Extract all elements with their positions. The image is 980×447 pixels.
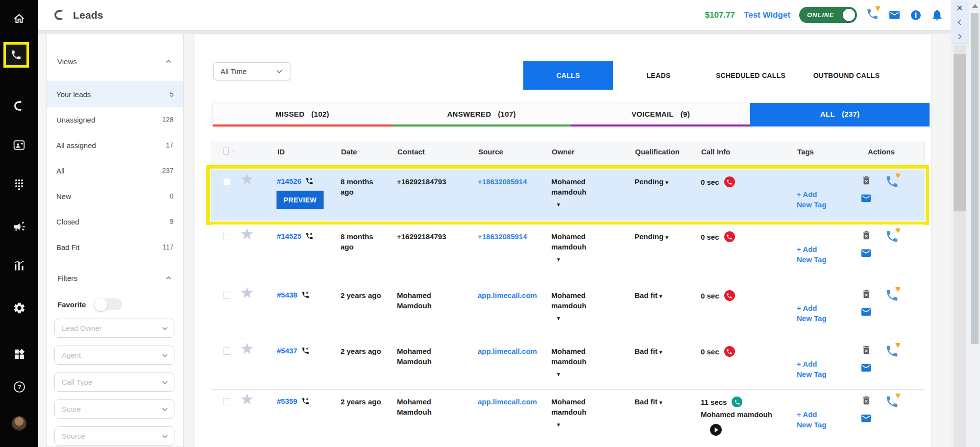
delete-button[interactable]: [861, 288, 872, 300]
chevron-down-icon[interactable]: [231, 148, 236, 154]
delete-button[interactable]: [861, 174, 872, 186]
add-tag-link[interactable]: + Add New Tag: [797, 410, 827, 429]
info-button[interactable]: [910, 9, 922, 21]
collapse-left-button[interactable]: [951, 15, 969, 29]
source-filter[interactable]: Source: [54, 426, 174, 446]
messages-button[interactable]: [888, 9, 901, 21]
widget-selector[interactable]: Test Widget: [744, 10, 790, 20]
view-unassigned[interactable]: Unassigned128: [47, 107, 183, 132]
tab-outbound-calls[interactable]: OUTBOUND CALLS: [806, 72, 887, 79]
lead-id-link[interactable]: #5359: [277, 396, 297, 406]
scrollbar-thumb[interactable]: [971, 13, 979, 344]
tab-answered[interactable]: ANSWERED(107): [392, 103, 571, 126]
delete-button[interactable]: [861, 344, 872, 356]
view-new[interactable]: New0: [47, 183, 183, 209]
scrollbar[interactable]: [969, 0, 980, 447]
call-back-button[interactable]: [885, 229, 899, 244]
lead-id-link[interactable]: #5438: [277, 290, 297, 300]
email-button[interactable]: [860, 306, 872, 318]
row-checkbox[interactable]: [223, 292, 230, 299]
lead-source-link[interactable]: app.limecall.com: [478, 291, 537, 299]
email-button[interactable]: [860, 362, 872, 373]
star-icon[interactable]: ★: [241, 226, 253, 242]
row-checkbox[interactable]: [223, 233, 230, 240]
star-icon[interactable]: ★: [241, 341, 253, 356]
star-icon[interactable]: ★: [241, 285, 253, 300]
call-back-button[interactable]: [885, 395, 899, 409]
row-checkbox[interactable]: [223, 398, 230, 405]
nav-home[interactable]: [0, 8, 38, 29]
qualification-dropdown[interactable]: Bad fit ▾: [622, 283, 687, 339]
call-back-button[interactable]: [885, 344, 899, 358]
delete-button[interactable]: [861, 229, 872, 241]
nav-calls[interactable]: [3, 42, 29, 68]
nav-analytics[interactable]: [0, 255, 38, 276]
table-row[interactable]: ★ #5437 2 years ago Mohamed Mamdouh app.…: [211, 339, 925, 390]
lead-source-link[interactable]: app.limecall.com: [478, 347, 537, 355]
nav-campaigns[interactable]: [0, 216, 38, 237]
scroll-up-arrow-icon[interactable]: [972, 4, 978, 8]
table-row[interactable]: ★ #14525 8 months ago +16292184793 +1863…: [211, 224, 925, 283]
row-checkbox[interactable]: [223, 178, 230, 185]
nav-help[interactable]: [0, 376, 38, 397]
nav-settings[interactable]: [0, 297, 38, 319]
nav-profile[interactable]: [0, 413, 38, 434]
lead-id-link[interactable]: #14526: [277, 176, 301, 186]
online-status-toggle[interactable]: ONLINE: [799, 7, 857, 23]
view-closed[interactable]: Closed9: [47, 209, 183, 234]
star-icon[interactable]: ★: [241, 392, 253, 407]
nav-leads[interactable]: [0, 95, 38, 117]
owner-dropdown-caret[interactable]: ▾: [551, 371, 620, 378]
qualification-dropdown[interactable]: Bad fit ▾: [622, 390, 687, 447]
view-all[interactable]: All237: [47, 158, 183, 183]
call-button[interactable]: [866, 7, 879, 23]
add-tag-link[interactable]: + Add New Tag: [797, 245, 827, 264]
add-tag-link[interactable]: + Add New Tag: [797, 190, 827, 209]
qualification-dropdown[interactable]: Pending ▾: [622, 224, 687, 283]
tab-leads[interactable]: LEADS: [622, 72, 695, 79]
owner-dropdown-caret[interactable]: ▾: [551, 421, 620, 428]
view-your-leads[interactable]: Your leads5: [47, 81, 183, 107]
nav-apps[interactable]: [0, 343, 38, 365]
star-icon[interactable]: ★: [241, 172, 253, 187]
view-bad-fit[interactable]: Bad Fit117: [47, 234, 183, 260]
chevron-up-icon[interactable]: [165, 274, 172, 282]
select-all-checkbox[interactable]: [223, 148, 229, 155]
delete-button[interactable]: [861, 395, 872, 406]
lead-source-link[interactable]: +18632085914: [478, 232, 527, 241]
chevron-up-icon[interactable]: [165, 57, 172, 65]
lead-source-link[interactable]: +18632085914: [478, 177, 527, 186]
table-row[interactable]: ★ #14526 PREVIEW 8 months ago +162921847…: [211, 170, 925, 221]
email-button[interactable]: [860, 413, 872, 424]
call-type-filter[interactable]: Call Type: [54, 372, 174, 392]
close-button[interactable]: ✕: [951, 1, 969, 15]
email-button[interactable]: [860, 248, 872, 259]
score-filter[interactable]: Score: [54, 399, 174, 419]
call-back-button[interactable]: [885, 288, 899, 302]
expand-right-button[interactable]: [951, 29, 969, 44]
inner-scroll-thumb[interactable]: [954, 54, 966, 211]
nav-dialpad[interactable]: [0, 174, 38, 196]
tab-calls[interactable]: CALLS: [523, 61, 613, 90]
call-back-button[interactable]: [885, 174, 899, 189]
view-all-assigned[interactable]: All assigned17: [47, 132, 183, 158]
tab-voicemail[interactable]: VOICEMAIL(9): [571, 103, 751, 126]
email-button[interactable]: [860, 193, 872, 204]
qualification-dropdown[interactable]: Bad fit ▾: [622, 339, 687, 389]
owner-dropdown-caret[interactable]: ▾: [551, 201, 620, 208]
tab-missed[interactable]: MISSED(102): [213, 103, 392, 126]
qualification-dropdown[interactable]: Pending ▾: [622, 170, 687, 221]
owner-dropdown-caret[interactable]: ▾: [551, 256, 620, 263]
tab-all[interactable]: ALL(237): [750, 103, 930, 126]
play-recording-button[interactable]: [710, 423, 722, 436]
lead-owner-filter[interactable]: Lead Owner: [54, 319, 174, 338]
lead-source-link[interactable]: app.limecall.com: [478, 397, 537, 406]
add-tag-link[interactable]: + Add New Tag: [797, 304, 827, 323]
owner-dropdown-caret[interactable]: ▾: [551, 315, 620, 322]
preview-button[interactable]: PREVIEW: [277, 191, 323, 209]
lead-id-link[interactable]: #14525: [277, 231, 301, 241]
table-row[interactable]: ★ #5359 2 years ago Mohamed Mamdouh app.…: [211, 390, 925, 447]
favorite-toggle[interactable]: [94, 298, 122, 310]
nav-contacts[interactable]: [0, 134, 38, 156]
tab-scheduled-calls[interactable]: SCHEDULED CALLS: [704, 72, 797, 79]
